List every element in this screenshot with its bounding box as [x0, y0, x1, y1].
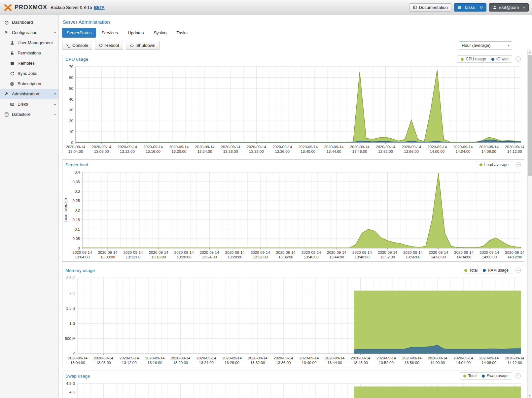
svg-text:2020-09-14: 2020-09-14: [350, 145, 370, 149]
svg-text:13:48:00: 13:48:00: [355, 255, 370, 259]
legend-item[interactable]: Total: [464, 268, 478, 273]
sidebar-item-datastore[interactable]: Datastore ▾: [0, 109, 58, 119]
power-icon: [130, 43, 134, 48]
tab-services[interactable]: Services: [97, 28, 123, 38]
panel-swap-usage: Swap usage TotalSwap usage 0500 M1 G1.5 …: [62, 371, 524, 398]
legend-item[interactable]: Swap usage: [482, 374, 509, 378]
svg-text:2020-09-14: 2020-09-14: [351, 356, 370, 360]
collapse-icon[interactable]: [515, 373, 521, 379]
panel-title: Swap usage: [65, 374, 90, 379]
svg-text:2020-09-14: 2020-09-14: [403, 250, 423, 254]
user-icon: [493, 5, 497, 10]
tab-bar: ServerStatus Services Updates Syslog Tas…: [62, 28, 524, 38]
svg-text:2020-09-14: 2020-09-14: [124, 250, 143, 254]
svg-text:Load average: Load average: [63, 198, 68, 222]
chart-canvas: 0500 M1 G1.5 G2 G2.5 G3 G3.5 G4 G4.5 G20…: [62, 381, 524, 398]
chart-canvas: 00.050.10.150.20.250.30.350.42020-09-141…: [62, 170, 524, 261]
svg-text:10: 10: [69, 130, 73, 134]
legend-item[interactable]: CPU usage: [461, 57, 486, 61]
svg-text:13:28:00: 13:28:00: [225, 361, 239, 365]
collapse-icon[interactable]: [515, 56, 521, 62]
sidebar-item-user-management[interactable]: User Management: [0, 38, 58, 48]
svg-text:13:16:00: 13:16:00: [151, 255, 166, 259]
lock-icon: [10, 50, 15, 56]
vertical-scrollbar[interactable]: ▲ ▼: [527, 50, 532, 398]
chevron-right-icon[interactable]: ▸: [54, 102, 56, 106]
scroll-down-arrow[interactable]: ▼: [528, 393, 532, 398]
panel-title: CPU usage: [65, 57, 88, 62]
sidebar-item-label: Configuration: [12, 30, 37, 35]
svg-text:2020-09-14: 2020-09-14: [479, 356, 499, 360]
chevron-down-icon[interactable]: ▾: [54, 31, 56, 34]
sidebar-item-sync-jobs[interactable]: Sync Jobs: [0, 68, 58, 79]
svg-text:14:08:00: 14:08:00: [481, 149, 496, 153]
disk-icon: [10, 102, 15, 107]
user-label: root@pam: [499, 5, 519, 10]
svg-text:2020-09-14: 2020-09-14: [479, 145, 499, 149]
tab-tasks[interactable]: Tasks: [172, 28, 192, 38]
sidebar-item-permissions[interactable]: Permissions: [0, 48, 58, 58]
legend-item[interactable]: Load average: [479, 162, 509, 167]
svg-text:20: 20: [69, 119, 73, 123]
svg-text:13:12:00: 13:12:00: [120, 149, 135, 153]
legend-dot: [461, 58, 464, 61]
svg-text:2020-09-14: 2020-09-14: [73, 250, 92, 254]
svg-text:13:08:00: 13:08:00: [96, 361, 111, 365]
svg-text:2020-09-14: 2020-09-14: [66, 145, 86, 149]
sidebar-item-remotes[interactable]: Remotes: [0, 58, 58, 68]
shutdown-label: Shutdown: [136, 43, 156, 48]
sidebar-item-configuration[interactable]: Configuration ▾: [0, 27, 58, 38]
sidebar-item-dashboard[interactable]: Dashboard: [0, 17, 58, 27]
wrench-icon: [4, 91, 9, 97]
beta-link[interactable]: BETA: [94, 5, 105, 10]
collapse-icon[interactable]: [515, 268, 521, 273]
svg-text:50: 50: [69, 86, 73, 90]
legend-item[interactable]: RAM usage: [483, 268, 509, 273]
legend-label: CPU usage: [466, 57, 486, 61]
svg-text:4 G: 4 G: [69, 390, 76, 394]
svg-text:13:44:00: 13:44:00: [327, 149, 341, 153]
panel-cpu-usage: CPU usage CPU usageIO wait 0102030405060…: [62, 54, 524, 156]
svg-text:13:08:00: 13:08:00: [100, 255, 115, 259]
svg-text:2020-09-14: 2020-09-14: [169, 145, 189, 149]
chart-canvas: 0102030405060702020-09-1413:04:002020-09…: [62, 64, 524, 156]
scrollbar-thumb[interactable]: [528, 55, 532, 176]
console-button[interactable]: >_ Console: [62, 41, 92, 50]
chart-legend: TotalSwap usage: [460, 372, 512, 380]
svg-text:2020-09-14: 2020-09-14: [427, 145, 447, 149]
chart-canvas: 0500 M1 G1.5 G2 G2.5 G2020-09-1413:04:00…: [62, 275, 524, 367]
timeframe-select[interactable]: Hour (average) ▾: [459, 41, 512, 50]
svg-text:2 G: 2 G: [69, 291, 76, 295]
svg-text:2020-09-14: 2020-09-14: [298, 145, 318, 149]
svg-text:14:12:00: 14:12:00: [507, 149, 522, 153]
legend-item[interactable]: IO wait: [491, 57, 509, 61]
svg-text:13:28:00: 13:28:00: [228, 255, 242, 259]
documentation-label: Documentation: [419, 5, 448, 10]
chevron-down-icon[interactable]: ▾: [54, 92, 56, 96]
sidebar-item-administration[interactable]: Administration ▾: [0, 89, 58, 99]
sidebar-item-label: User Management: [18, 40, 53, 45]
svg-text:1 G: 1 G: [69, 321, 76, 325]
sidebar-item-label: Administration: [12, 91, 39, 96]
tasks-button[interactable]: Tasks 0: [454, 3, 486, 12]
svg-text:2020-09-14: 2020-09-14: [222, 356, 242, 360]
sidebar-item-subscription[interactable]: Subscription: [0, 79, 58, 89]
legend-item[interactable]: Total: [463, 374, 477, 378]
documentation-button[interactable]: Documentation: [409, 3, 451, 12]
svg-text:14:12:00: 14:12:00: [507, 361, 522, 365]
tab-syslog[interactable]: Syslog: [149, 28, 171, 38]
tab-updates[interactable]: Updates: [123, 28, 148, 38]
chevron-down-icon[interactable]: ▾: [54, 113, 56, 116]
user-menu-button[interactable]: root@pam ∨: [489, 3, 529, 12]
reboot-icon: [99, 43, 103, 48]
svg-text:13:52:00: 13:52:00: [379, 361, 394, 365]
tab-serverstatus[interactable]: ServerStatus: [62, 28, 96, 38]
shutdown-button[interactable]: Shutdown: [126, 41, 160, 50]
sidebar-item-disks[interactable]: Disks ▸: [0, 99, 58, 109]
svg-text:2020-09-14: 2020-09-14: [98, 250, 118, 254]
reboot-button[interactable]: Reboot: [95, 41, 123, 50]
collapse-icon[interactable]: [515, 162, 521, 167]
scroll-up-arrow[interactable]: ▲: [528, 50, 532, 54]
svg-text:13:16:00: 13:16:00: [146, 149, 160, 153]
svg-text:2020-09-14: 2020-09-14: [274, 356, 293, 360]
